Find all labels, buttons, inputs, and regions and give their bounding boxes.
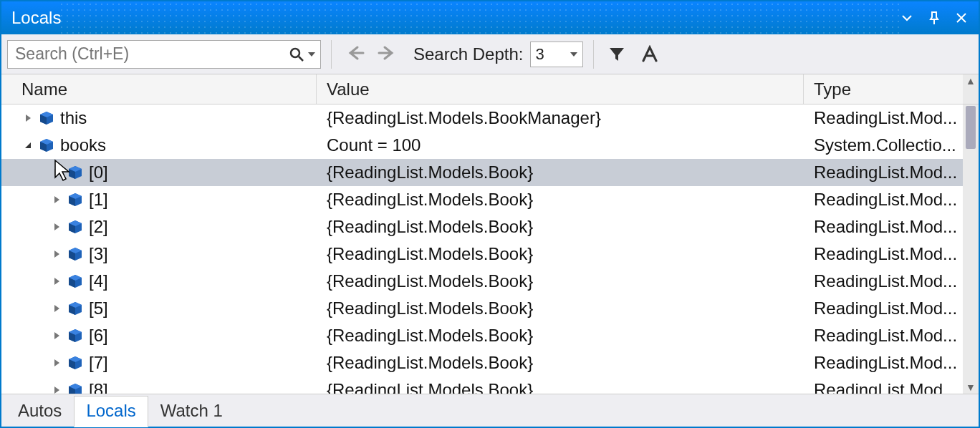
variable-type: ReadingList.Mod... [804, 380, 979, 394]
separator [331, 40, 332, 69]
pin-icon[interactable] [924, 8, 944, 28]
close-icon[interactable] [951, 8, 971, 28]
expand-toggle[interactable] [50, 329, 63, 342]
nav-back-button[interactable] [342, 44, 368, 65]
nav-forward-button[interactable] [375, 44, 400, 65]
variable-name: [2] [89, 217, 108, 237]
variable-row[interactable]: [3]{ReadingList.Models.Book}ReadingList.… [1, 240, 979, 268]
text-style-icon[interactable] [637, 42, 663, 67]
expand-toggle[interactable] [50, 248, 63, 261]
tab-locals[interactable]: Locals [74, 396, 148, 427]
search-dropdown-icon[interactable] [306, 50, 317, 59]
object-icon [39, 110, 54, 126]
variable-row[interactable]: [6]{ReadingList.Models.Book}ReadingList.… [1, 322, 979, 349]
object-icon [67, 246, 83, 262]
variable-row[interactable]: [8]{ReadingList.Models.Book}ReadingList.… [1, 376, 979, 394]
variable-value: Count = 100 [317, 135, 804, 155]
search-icon[interactable] [287, 47, 306, 62]
object-icon [67, 165, 83, 180]
object-icon [39, 137, 54, 153]
variable-row[interactable]: this{ReadingList.Models.BookManager}Read… [1, 104, 979, 132]
variable-value: {ReadingList.Models.BookManager} [317, 108, 804, 128]
search-input[interactable] [14, 44, 287, 64]
window-menu-button[interactable] [897, 8, 917, 28]
column-headers: Name Value Type ▲ [1, 74, 979, 104]
search-depth-label: Search Depth: [413, 44, 523, 64]
variable-value: {ReadingList.Models.Book} [317, 326, 804, 346]
object-icon [67, 301, 83, 316]
object-icon [67, 328, 83, 344]
variable-value: {ReadingList.Models.Book} [317, 217, 804, 237]
toolbar: Search Depth: 3 [1, 34, 979, 74]
variable-type: ReadingList.Mod... [804, 190, 979, 210]
tab-autos[interactable]: Autos [6, 396, 74, 427]
variable-type: ReadingList.Mod... [804, 217, 979, 237]
variable-name: [7] [89, 353, 108, 373]
variable-value: {ReadingList.Models.Book} [317, 190, 804, 210]
scroll-down-icon[interactable]: ▼ [966, 381, 976, 394]
variable-type: System.Collectio... [804, 135, 979, 155]
variable-value: {ReadingList.Models.Book} [317, 271, 804, 291]
variable-type: ReadingList.Mod... [804, 244, 979, 264]
expand-toggle[interactable] [50, 275, 63, 288]
expand-toggle[interactable] [50, 356, 63, 369]
object-icon [67, 219, 83, 235]
separator [593, 40, 594, 69]
variable-rows: ▼ this{ReadingList.Models.BookManager}Re… [1, 104, 979, 394]
variable-name: [8] [89, 380, 108, 394]
variable-type: ReadingList.Mod... [804, 326, 979, 346]
search-depth-select[interactable]: 3 [530, 42, 583, 67]
variable-name: [0] [89, 162, 108, 183]
variable-name: [5] [89, 298, 108, 318]
expand-toggle[interactable] [21, 139, 34, 152]
object-icon [67, 355, 83, 371]
column-header-value[interactable]: Value [317, 74, 804, 104]
variable-row[interactable]: booksCount = 100System.Collectio... [1, 132, 979, 159]
expand-toggle[interactable] [50, 220, 63, 233]
variable-value: {ReadingList.Models.Book} [317, 298, 804, 318]
expand-toggle[interactable] [50, 166, 63, 179]
variable-type: ReadingList.Mod... [804, 108, 979, 128]
variable-row[interactable]: [7]{ReadingList.Models.Book}ReadingList.… [1, 349, 979, 376]
variable-name: [3] [89, 244, 108, 264]
search-depth-value: 3 [535, 45, 544, 64]
variable-type: ReadingList.Mod... [804, 298, 979, 318]
header-scroll-up[interactable]: ▲ [963, 74, 979, 104]
expand-toggle[interactable] [50, 302, 63, 315]
variable-name: [1] [89, 190, 108, 210]
variable-value: {ReadingList.Models.Book} [317, 244, 804, 264]
titlebar: Locals [1, 1, 979, 34]
scroll-up-icon[interactable]: ▲ [966, 74, 976, 87]
filter-icon[interactable] [604, 42, 630, 67]
scrollbar-thumb[interactable] [966, 106, 976, 149]
object-icon [67, 382, 83, 394]
variable-row[interactable]: [1]{ReadingList.Models.Book}ReadingList.… [1, 186, 979, 213]
bottom-tabs: AutosLocalsWatch 1 [1, 394, 979, 427]
variable-type: ReadingList.Mod... [804, 162, 979, 183]
variable-value: {ReadingList.Models.Book} [317, 162, 804, 183]
variable-row[interactable]: [5]{ReadingList.Models.Book}ReadingList.… [1, 295, 979, 322]
tab-watch-1[interactable]: Watch 1 [148, 396, 235, 427]
variable-row[interactable]: [0]{ReadingList.Models.Book}ReadingList.… [1, 159, 979, 186]
window-title: Locals [11, 8, 61, 28]
search-input-container[interactable] [7, 40, 321, 69]
object-icon [67, 192, 83, 208]
locals-window: Locals Search Depth: [0, 0, 980, 428]
object-icon [67, 273, 83, 289]
expand-toggle[interactable] [50, 384, 63, 394]
variable-value: {ReadingList.Models.Book} [317, 353, 804, 373]
variable-row[interactable]: [2]{ReadingList.Models.Book}ReadingList.… [1, 213, 979, 240]
variable-type: ReadingList.Mod... [804, 271, 979, 291]
vertical-scrollbar[interactable]: ▼ [963, 104, 979, 394]
variable-row[interactable]: [4]{ReadingList.Models.Book}ReadingList.… [1, 268, 979, 295]
variable-name: books [60, 135, 106, 155]
variable-name: [6] [89, 326, 108, 346]
column-header-type[interactable]: Type [804, 74, 979, 104]
variable-type: ReadingList.Mod... [804, 353, 979, 373]
expand-toggle[interactable] [21, 112, 34, 125]
variable-name: this [60, 108, 87, 128]
variable-name: [4] [89, 271, 108, 291]
column-header-name[interactable]: Name [1, 74, 317, 104]
expand-toggle[interactable] [50, 193, 63, 206]
variable-value: {ReadingList.Models.Book} [317, 380, 804, 394]
